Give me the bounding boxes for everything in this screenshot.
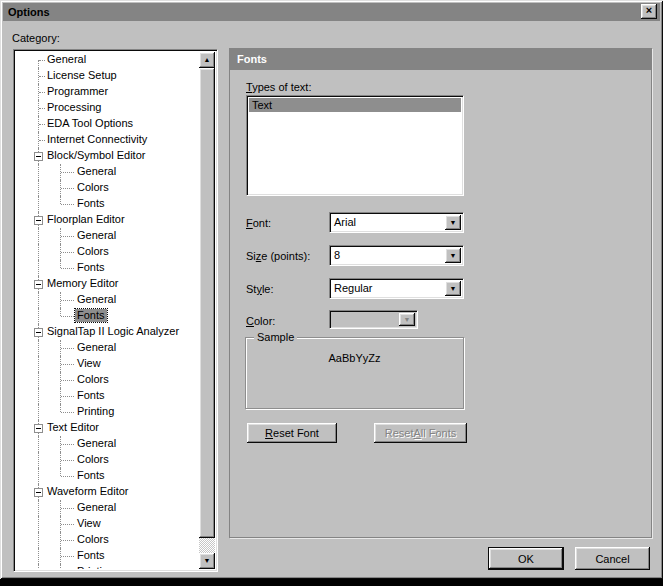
sample-label: Sample (254, 331, 297, 343)
tree-item-label[interactable]: Fonts (75, 261, 107, 274)
style-select[interactable]: Regular ▼ (329, 278, 464, 299)
font-value: Arial (334, 216, 356, 229)
tree-item-label[interactable]: EDA Tool Options (45, 117, 135, 130)
tree-item[interactable]: Fonts (16, 468, 199, 484)
size-select[interactable]: 8 ▼ (329, 245, 464, 266)
tree-item[interactable]: Text Editor (16, 420, 199, 436)
tree-item-label[interactable]: Printing (75, 405, 116, 418)
titlebar[interactable]: Options × (3, 3, 660, 21)
tree-item[interactable]: View (16, 516, 199, 532)
cancel-button[interactable]: Cancel (575, 547, 650, 570)
tree-item-label[interactable]: General (45, 53, 88, 66)
tree-item[interactable]: Floorplan Editor (16, 212, 199, 228)
tree-item-label[interactable]: Printing (75, 565, 116, 569)
tree-item[interactable]: General (16, 500, 199, 516)
reset-all-fonts-button: Reset All Fonts (374, 423, 467, 443)
tree-item[interactable]: Internet Connectivity (16, 132, 199, 148)
collapse-minus-icon[interactable] (34, 280, 43, 289)
tree-item[interactable]: Colors (16, 532, 199, 548)
scroll-down-icon[interactable]: ▼ (199, 553, 215, 569)
tree-item-label[interactable]: Text Editor (45, 421, 101, 434)
tree-item[interactable]: Colors (16, 244, 199, 260)
types-of-text-label: Types of text: (246, 81, 311, 93)
tree-item-label[interactable]: General (75, 229, 118, 242)
tree-item[interactable]: Block/Symbol Editor (16, 148, 199, 164)
tree-item[interactable]: Fonts (16, 548, 199, 564)
tree-item[interactable]: Colors (16, 452, 199, 468)
chevron-down-icon[interactable]: ▼ (445, 215, 461, 230)
style-value: Regular (334, 282, 373, 295)
tree-item-label[interactable]: Fonts (75, 549, 107, 562)
close-icon[interactable]: × (641, 4, 657, 19)
tree-item[interactable]: Fonts (16, 260, 199, 276)
font-select[interactable]: Arial ▼ (329, 212, 464, 233)
tree-item[interactable]: Fonts (16, 308, 199, 324)
tree-item[interactable]: General (16, 340, 199, 356)
tree-item[interactable]: Waveform Editor (16, 484, 199, 500)
category-tree-rows: GeneralLicense SetupProgrammerProcessing… (16, 52, 199, 569)
tree-item[interactable]: Printing (16, 404, 199, 420)
tree-item-label[interactable]: General (75, 437, 118, 450)
tree-item[interactable]: General (16, 292, 199, 308)
chevron-down-icon[interactable]: ▼ (445, 281, 461, 296)
scroll-up-icon[interactable]: ▲ (199, 52, 215, 68)
tree-item[interactable]: Fonts (16, 196, 199, 212)
tree-item[interactable]: View (16, 356, 199, 372)
tree-item-label[interactable]: General (75, 293, 118, 306)
collapse-minus-icon[interactable] (34, 216, 43, 225)
tree-item[interactable]: General (16, 228, 199, 244)
types-of-text-item[interactable]: Text (249, 98, 461, 112)
tree-item-label[interactable]: Fonts (75, 469, 107, 482)
size-value: 8 (334, 249, 340, 262)
tree-item-label[interactable]: Fonts (75, 309, 107, 322)
collapse-minus-icon[interactable] (34, 424, 43, 433)
sample-preview-text: AaBbYyZz (246, 352, 463, 364)
reset-font-button[interactable]: Reset Font (247, 423, 337, 443)
tree-item-label[interactable]: Fonts (75, 389, 107, 402)
tree-item-label[interactable]: Memory Editor (45, 277, 121, 290)
tree-item[interactable]: EDA Tool Options (16, 116, 199, 132)
tree-item-label[interactable]: Colors (75, 533, 111, 546)
tree-item[interactable]: Colors (16, 180, 199, 196)
tree-item[interactable]: SignalTap II Logic Analyzer (16, 324, 199, 340)
tree-item-label[interactable]: Block/Symbol Editor (45, 149, 147, 162)
tree-item[interactable]: General (16, 52, 199, 68)
tree-item-label[interactable]: SignalTap II Logic Analyzer (45, 325, 181, 338)
font-label: Font: (246, 217, 271, 229)
collapse-minus-icon[interactable] (34, 152, 43, 161)
tree-item[interactable]: Memory Editor (16, 276, 199, 292)
types-of-text-list[interactable]: Text (246, 95, 464, 196)
color-label: Color: (246, 315, 275, 327)
tree-item-label[interactable]: Floorplan Editor (45, 213, 127, 226)
tree-item-label[interactable]: General (75, 165, 118, 178)
tree-item-label[interactable]: General (75, 341, 118, 354)
tree-item[interactable]: General (16, 436, 199, 452)
tree-item-label[interactable]: View (75, 517, 103, 530)
collapse-minus-icon[interactable] (34, 488, 43, 497)
tree-item-label[interactable]: Processing (45, 101, 103, 114)
tree-item-label[interactable]: View (75, 357, 103, 370)
tree-scrollbar[interactable]: ▲ ▼ (199, 52, 215, 569)
tree-item-label[interactable]: Colors (75, 181, 111, 194)
tree-item[interactable]: Colors (16, 372, 199, 388)
tree-item-label[interactable]: General (75, 501, 118, 514)
scrollbar-thumb[interactable] (199, 68, 215, 538)
tree-item-label[interactable]: Colors (75, 453, 111, 466)
tree-item-label[interactable]: Colors (75, 373, 111, 386)
tree-item-label[interactable]: Colors (75, 245, 111, 258)
category-tree[interactable]: GeneralLicense SetupProgrammerProcessing… (13, 49, 218, 572)
tree-item-label[interactable]: Fonts (75, 197, 107, 210)
tree-item[interactable]: Printing (16, 564, 199, 569)
tree-item-label[interactable]: License Setup (45, 69, 119, 82)
ok-button[interactable]: OK (488, 547, 564, 570)
tree-item[interactable]: General (16, 164, 199, 180)
tree-item[interactable]: Processing (16, 100, 199, 116)
collapse-minus-icon[interactable] (34, 328, 43, 337)
tree-item-label[interactable]: Programmer (45, 85, 110, 98)
tree-item[interactable]: License Setup (16, 68, 199, 84)
tree-item[interactable]: Programmer (16, 84, 199, 100)
tree-item-label[interactable]: Waveform Editor (45, 485, 131, 498)
tree-item-label[interactable]: Internet Connectivity (45, 133, 149, 146)
tree-item[interactable]: Fonts (16, 388, 199, 404)
chevron-down-icon[interactable]: ▼ (445, 248, 461, 263)
